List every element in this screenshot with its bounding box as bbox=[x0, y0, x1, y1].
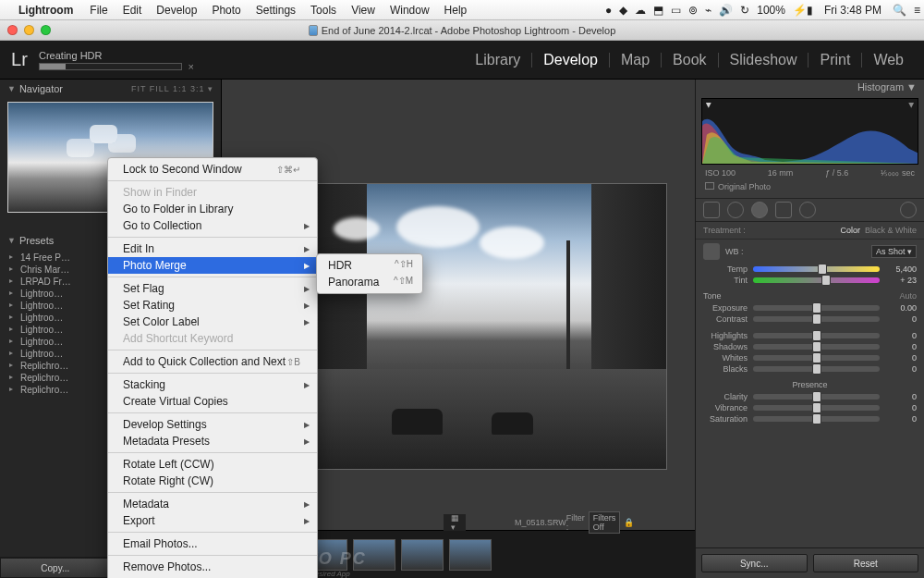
blacks-slider[interactable] bbox=[753, 366, 880, 372]
task-label: Creating HDR bbox=[39, 50, 182, 61]
menu-item: Show in Finder bbox=[108, 184, 317, 201]
crop-tool-icon[interactable] bbox=[703, 202, 720, 218]
disclosure-triangle-icon[interactable]: ▼ bbox=[7, 236, 16, 245]
status-volume-icon[interactable]: 🔊 bbox=[715, 4, 736, 17]
filmstrip-thumb[interactable] bbox=[449, 539, 492, 571]
status-dot-icon[interactable]: ● bbox=[602, 4, 615, 17]
wb-select[interactable]: As Shot ▾ bbox=[871, 245, 917, 258]
treatment-row: Treatment : Color Black & White bbox=[696, 222, 924, 239]
auto-tone-button[interactable]: Auto bbox=[899, 291, 917, 301]
menu-item[interactable]: Add to Quick Collection and Next⇧B bbox=[108, 353, 317, 370]
submenu-item[interactable]: Panorama^⇧M bbox=[317, 274, 422, 290]
treatment-bw[interactable]: Black & White bbox=[865, 226, 917, 235]
radial-tool-icon[interactable] bbox=[799, 202, 816, 218]
minimize-window-button[interactable] bbox=[24, 25, 34, 35]
menu-item[interactable]: Remove Photos... bbox=[108, 559, 317, 575]
sync-button[interactable]: Sync... bbox=[701, 554, 808, 572]
module-book[interactable]: Book bbox=[662, 53, 718, 68]
filmstrip-thumb[interactable] bbox=[401, 539, 444, 571]
mac-menubar: Lightroom File Edit Develop Photo Settin… bbox=[0, 0, 924, 20]
menu-settings[interactable]: Settings bbox=[249, 4, 303, 17]
histogram[interactable] bbox=[701, 98, 918, 165]
menu-photo[interactable]: Photo bbox=[204, 4, 248, 17]
status-bluetooth-icon[interactable]: ⌁ bbox=[701, 4, 715, 17]
gradient-tool-icon[interactable] bbox=[775, 202, 792, 218]
disclosure-triangle-icon[interactable]: ▼ bbox=[7, 84, 16, 93]
treatment-color[interactable]: Color bbox=[840, 226, 860, 235]
status-display-icon[interactable]: ▭ bbox=[667, 4, 685, 17]
menu-tools[interactable]: Tools bbox=[303, 4, 344, 17]
app-name[interactable]: Lightroom bbox=[18, 4, 82, 17]
menu-item[interactable]: Lock to Second Window⇧⌘↵ bbox=[108, 161, 317, 178]
status-dropbox-icon[interactable]: ⬒ bbox=[650, 4, 667, 17]
whites-slider[interactable] bbox=[753, 355, 880, 361]
menu-develop[interactable]: Develop bbox=[149, 4, 204, 17]
menu-item[interactable]: Go to Collection bbox=[108, 217, 317, 234]
filter-select[interactable]: Filters Off bbox=[589, 511, 621, 534]
menu-item[interactable]: Edit In bbox=[108, 240, 317, 257]
close-window-button[interactable] bbox=[7, 25, 18, 35]
menu-item[interactable]: Develop Settings bbox=[108, 416, 317, 433]
wb-dropper-icon[interactable] bbox=[703, 243, 720, 260]
shadows-slider[interactable] bbox=[753, 344, 880, 350]
grid-icon[interactable]: ▦ ▾ bbox=[451, 513, 459, 532]
menu-item[interactable]: Rotate Right (CW) bbox=[108, 473, 317, 489]
status-cloud-icon[interactable]: ☁ bbox=[631, 4, 650, 17]
menu-item[interactable]: Create Virtual Copies bbox=[108, 393, 317, 410]
filmstrip-info: ▦ ▾ M_0518.SRW Filter : Filters Off 🔒 bbox=[444, 514, 466, 531]
menu-view[interactable]: View bbox=[344, 4, 383, 17]
clarity-slider[interactable] bbox=[753, 394, 880, 400]
tint-slider[interactable] bbox=[753, 277, 880, 283]
menu-item[interactable]: Photo Merge bbox=[108, 257, 317, 274]
menu-item[interactable]: Set Flag bbox=[108, 280, 317, 297]
menu-item[interactable]: Go to Folder in Library bbox=[108, 201, 317, 217]
spot-tool-icon[interactable] bbox=[727, 202, 744, 218]
module-develop[interactable]: Develop bbox=[532, 53, 610, 68]
copy-button[interactable]: Copy... bbox=[0, 558, 111, 578]
module-web[interactable]: Web bbox=[862, 53, 915, 68]
submenu-item[interactable]: HDR^⇧H bbox=[317, 257, 422, 274]
reset-button[interactable]: Reset bbox=[813, 554, 919, 572]
exposure-slider[interactable] bbox=[753, 305, 880, 311]
brush-tool-icon[interactable] bbox=[900, 202, 917, 218]
module-map[interactable]: Map bbox=[610, 53, 662, 68]
menu-item[interactable]: Stacking bbox=[108, 376, 317, 393]
clock[interactable]: Fri 3:48 PM bbox=[817, 4, 889, 17]
status-wifi-icon[interactable]: ⊚ bbox=[685, 4, 701, 17]
menu-item[interactable]: Export bbox=[108, 512, 317, 529]
menu-item[interactable]: Rotate Left (CCW) bbox=[108, 456, 317, 473]
module-library[interactable]: Library bbox=[464, 53, 532, 68]
battery-text[interactable]: 100% bbox=[753, 4, 789, 17]
menu-item[interactable]: Metadata bbox=[108, 496, 317, 512]
navigator-header[interactable]: ▼ Navigator FIT FILL 1:1 3:1 ▾ bbox=[0, 80, 221, 98]
cancel-task-button[interactable]: × bbox=[188, 61, 194, 72]
status-sync-icon[interactable]: ↻ bbox=[736, 4, 753, 17]
vibrance-slider[interactable] bbox=[753, 405, 880, 411]
menu-item[interactable]: Set Rating bbox=[108, 297, 317, 314]
status-adobe-icon[interactable]: ◆ bbox=[615, 4, 631, 17]
filter-lock-icon[interactable]: 🔒 bbox=[624, 518, 634, 527]
menu-help[interactable]: Help bbox=[437, 4, 475, 17]
temp-slider[interactable] bbox=[753, 266, 880, 272]
menu-item[interactable]: Set Color Label bbox=[108, 314, 317, 330]
contrast-slider[interactable] bbox=[753, 316, 880, 322]
battery-icon[interactable]: ⚡▮ bbox=[789, 4, 817, 17]
spotlight-icon[interactable]: 🔍 bbox=[889, 4, 910, 17]
menu-window[interactable]: Window bbox=[383, 4, 437, 17]
original-photo-row[interactable]: Original Photo bbox=[696, 179, 924, 194]
menu-file[interactable]: File bbox=[82, 4, 115, 17]
module-slideshow[interactable]: Slideshow bbox=[719, 53, 809, 68]
notification-center-icon[interactable]: ≡ bbox=[910, 4, 924, 17]
menu-item[interactable]: Email Photos... bbox=[108, 535, 317, 552]
redeye-tool-icon[interactable] bbox=[751, 202, 768, 218]
zoom-window-button[interactable] bbox=[41, 25, 51, 35]
module-picker: Library Develop Map Book Slideshow Print… bbox=[464, 53, 924, 68]
histogram-header[interactable]: Histogram ▼ bbox=[696, 80, 924, 96]
highlights-slider[interactable] bbox=[753, 333, 880, 338]
module-print[interactable]: Print bbox=[808, 53, 862, 68]
histogram-info: ISO 100 16 mm ƒ / 5.6 ¹⁄₅₀₀₀ sec bbox=[696, 166, 924, 179]
navigator-zoom-options[interactable]: FIT FILL 1:1 3:1 ▾ bbox=[131, 84, 213, 93]
menu-item[interactable]: Metadata Presets bbox=[108, 433, 317, 449]
menu-edit[interactable]: Edit bbox=[116, 4, 150, 17]
saturation-slider[interactable] bbox=[753, 416, 880, 422]
